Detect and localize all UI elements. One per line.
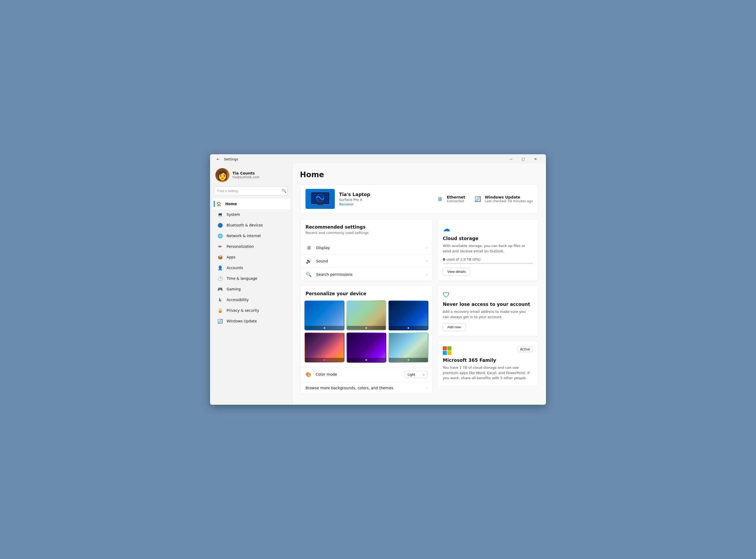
ms-logo-yellow [447,351,451,355]
sidebar-item-apps[interactable]: 📦Apps [212,252,290,263]
view-details-button[interactable]: View details [443,268,470,275]
wallpaper-thumb-2[interactable] [347,300,387,330]
sidebar-item-home[interactable]: 🏠Home [212,199,290,209]
nav-icon-bluetooth: 🔵 [217,222,223,228]
svg-rect-4 [315,205,325,205]
sidebar-item-update[interactable]: 🔄Windows Update [212,316,290,327]
storage-text: 0 used of 1.0 TB (0%) [443,258,533,261]
device-name: Tia's Laptop [339,192,431,197]
recommended-title: Recommended settings [305,224,427,230]
wallpaper-thumb-4[interactable] [304,333,344,362]
storage-bar [443,263,533,264]
nav-label-update: Windows Update [226,319,257,323]
wallpaper-thumb-6[interactable] [388,333,428,362]
windows-update-sub: Last checked: 59 minutes ago [485,199,533,203]
search-permissions-label: Search permissions [316,272,422,276]
sound-row[interactable]: 🔊 Sound › [300,254,433,268]
color-mode-select[interactable]: Light Dark Custom [405,371,427,378]
sidebar-item-accounts[interactable]: 👤Accounts [212,263,290,273]
wallpaper-thumb-3[interactable] [388,300,428,330]
color-mode-label: Color mode [316,372,401,377]
display-icon: 🖥 [305,245,312,250]
nav-icon-home: 🏠 [216,201,221,206]
ms365-badge: Active [517,346,533,352]
nav-icon-apps: 📦 [217,254,223,260]
sidebar-item-system[interactable]: 💻System [212,209,290,220]
back-button[interactable]: ← [214,155,222,163]
cloud-title: Cloud storage [443,236,533,241]
windows-update-status: 🔄 Windows Update Last checked: 59 minute… [474,195,533,203]
display-label: Display [316,246,422,250]
search-permissions-icon: 🔍 [305,271,312,277]
titlebar-title: Settings [224,157,238,161]
ethernet-label: Ethernet [447,195,465,199]
wallpaper-thumb-1[interactable] [304,300,344,330]
sidebar-item-gaming[interactable]: 🎮Gaming [212,284,290,294]
account-security-card: 🛡 Never lose access to your account Add … [437,285,539,337]
security-desc: Add a recovery email address to make sur… [443,309,533,319]
right-column: ☁ Cloud storage With available storage, … [437,219,539,394]
nav-label-personalization: Personalization [226,244,254,249]
active-indicator [214,201,215,207]
ms365-header: Active [443,346,533,355]
sidebar-item-network[interactable]: 🌐Network & internet [212,230,290,241]
maximize-button[interactable]: □ [517,154,530,164]
cloud-storage-card: ☁ Cloud storage With available storage, … [437,219,539,281]
device-status: 🖥 Ethernet Connected 🔄 Windows Update La… [436,195,533,203]
close-button[interactable]: ✕ [530,154,542,164]
device-info: Tia's Laptop Surface Pro X Rename [339,192,431,206]
personalize-header: Personalize your device [300,286,433,300]
nav-icon-update: 🔄 [217,318,223,324]
ms-logo-green [447,346,451,350]
nav-icon-system: 💻 [217,212,223,217]
sidebar-item-time[interactable]: 🕐Time & language [212,273,290,284]
svg-rect-3 [318,204,323,205]
minimize-button[interactable]: — [505,154,517,164]
color-mode-icon: 🎨 [305,372,311,377]
sidebar-item-privacy[interactable]: 🔒Privacy & security [212,305,290,316]
device-banner: Tia's Laptop Surface Pro X Rename 🖥 Ethe… [300,184,539,214]
add-now-button[interactable]: Add now [443,323,466,331]
nav-icon-accessibility: ♿ [217,297,223,303]
content-area: Tia Counts tia@outlook.com 🔍 🏠Home💻Syste… [210,164,546,405]
sound-label: Sound [316,259,422,263]
sidebar-item-personalization[interactable]: ✏️Personalization [212,241,290,252]
cloud-icon: ☁ [443,224,533,233]
recommended-header: Recommended settings Recent and commonly… [300,219,433,241]
sidebar: Tia Counts tia@outlook.com 🔍 🏠Home💻Syste… [210,164,292,405]
sidebar-item-bluetooth[interactable]: 🔵Bluetooth & devices [212,220,290,230]
nav-label-gaming: Gaming [226,287,241,291]
color-mode-select-wrapper: Light Dark Custom [405,371,427,378]
nav-label-network: Network & internet [226,234,261,238]
personalize-card: Personalize your device [300,285,433,394]
device-model: Surface Pro X [339,198,431,202]
recommended-settings-card: Recommended settings Recent and commonly… [300,219,433,281]
ms365-card: Active Microsoft 365 Family You have 1 T… [437,341,539,386]
ms-logo-blue [443,351,447,355]
browse-label: Browse more backgrounds, colors, and the… [305,386,422,390]
ms365-title: Microsoft 365 Family [443,358,533,363]
device-rename[interactable]: Rename [339,202,431,206]
avatar-image [215,168,229,182]
nav-container: 🏠Home💻System🔵Bluetooth & devices🌐Network… [210,199,292,327]
nav-label-accessibility: Accessibility [226,298,249,302]
search-icon[interactable]: 🔍 [282,188,286,193]
browse-chevron: › [426,386,427,390]
ms-logo [443,346,451,355]
recommended-rows: 🖥 Display › 🔊 Sound › 🔍 S [300,241,433,281]
nav-label-home: Home [225,202,237,206]
wallpaper-thumb-5[interactable] [347,333,387,362]
ethernet-icon: 🖥 [436,195,444,203]
user-name: Tia Counts [233,171,259,175]
search-permissions-row[interactable]: 🔍 Search permissions › [300,268,433,281]
nav-label-accounts: Accounts [226,266,243,270]
search-input[interactable] [214,186,288,195]
browse-row[interactable]: Browse more backgrounds, colors, and the… [300,382,433,394]
nav-icon-personalization: ✏️ [217,244,223,249]
display-row[interactable]: 🖥 Display › [300,241,433,254]
sound-icon: 🔊 [305,258,312,264]
sidebar-item-accessibility[interactable]: ♿Accessibility [212,294,290,305]
user-email: tia@outlook.com [233,175,259,179]
nav-icon-accounts: 👤 [217,265,223,270]
titlebar-controls: — □ ✕ [505,154,542,164]
